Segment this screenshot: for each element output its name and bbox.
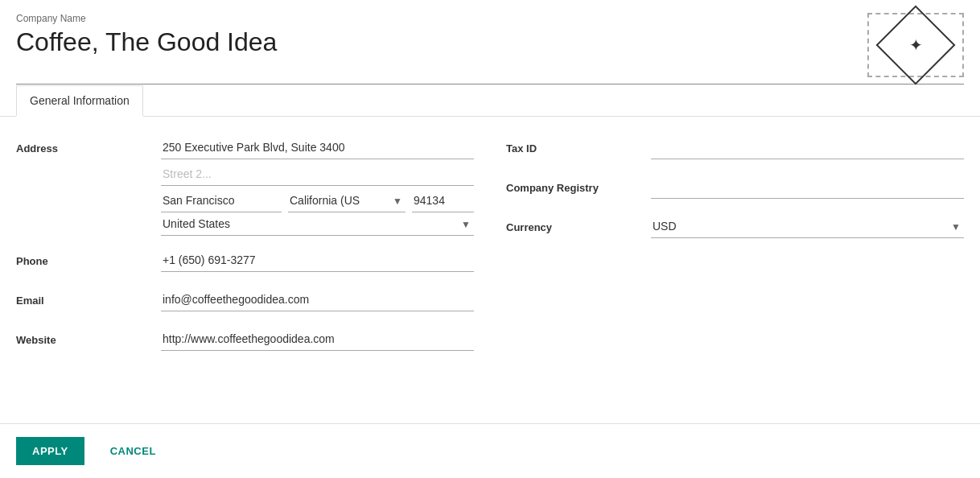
phone-label: Phone [16, 249, 161, 267]
company-registry-input-wrap [651, 175, 964, 202]
zip-input[interactable] [412, 189, 474, 212]
company-label: Company Name [16, 13, 277, 24]
right-column: Tax ID Company Registry Currency [506, 136, 964, 367]
company-logo: ✦ [867, 13, 964, 77]
logo-icon: ✦ [909, 35, 923, 55]
left-column: Address California (US ▼ [16, 136, 474, 367]
city-input[interactable] [161, 189, 282, 212]
email-label: Email [16, 288, 161, 307]
tab-general-information[interactable]: General Information [16, 85, 143, 117]
street1-input[interactable] [161, 136, 474, 159]
currency-label: Currency [506, 215, 651, 233]
footer: APPLY CANCEL [0, 424, 980, 478]
company-registry-input[interactable] [651, 175, 964, 199]
currency-input-wrap: USD ▼ [651, 215, 964, 238]
website-label: Website [16, 328, 161, 346]
phone-group: Phone [16, 249, 474, 275]
header: Company Name Coffee, The Good Idea ✦ [0, 0, 980, 77]
company-registry-label: Company Registry [506, 175, 651, 194]
email-group: Email [16, 288, 474, 315]
street2-input[interactable] [161, 163, 474, 186]
tabs-bar: General Information [0, 84, 980, 117]
address-inputs: California (US ▼ United States ▼ [161, 136, 474, 236]
cancel-button[interactable]: CANCEL [97, 437, 169, 465]
city-state-zip-row: California (US ▼ [161, 189, 474, 212]
currency-select-wrapper: USD ▼ [651, 215, 964, 238]
currency-select[interactable]: USD [651, 215, 964, 238]
website-input[interactable] [161, 328, 474, 351]
logo-diamond: ✦ [876, 6, 956, 85]
tax-id-input-wrap [651, 136, 964, 163]
currency-group: Currency USD ▼ [506, 215, 964, 238]
country-select-wrapper: United States ▼ [161, 212, 474, 236]
company-registry-group: Company Registry [506, 175, 964, 202]
tax-id-group: Tax ID [506, 136, 964, 163]
phone-input[interactable] [161, 249, 474, 272]
state-select-wrapper: California (US ▼ [288, 189, 406, 212]
website-group: Website [16, 328, 474, 354]
content-area: Address California (US ▼ [0, 117, 980, 423]
tax-id-label: Tax ID [506, 136, 651, 155]
apply-button[interactable]: APPLY [16, 437, 84, 465]
address-label: Address [16, 136, 161, 155]
company-info: Company Name Coffee, The Good Idea [16, 13, 277, 57]
email-inputs [161, 288, 474, 315]
page-container: Company Name Coffee, The Good Idea ✦ Gen… [0, 0, 980, 478]
phone-inputs [161, 249, 474, 275]
email-input[interactable] [161, 288, 474, 311]
address-group: Address California (US ▼ [16, 136, 474, 236]
state-select[interactable]: California (US [288, 189, 406, 212]
tax-id-input[interactable] [651, 136, 964, 159]
website-inputs [161, 328, 474, 354]
fields-row: Address California (US ▼ [16, 136, 964, 367]
country-select[interactable]: United States [161, 212, 474, 236]
company-name: Coffee, The Good Idea [16, 27, 277, 57]
